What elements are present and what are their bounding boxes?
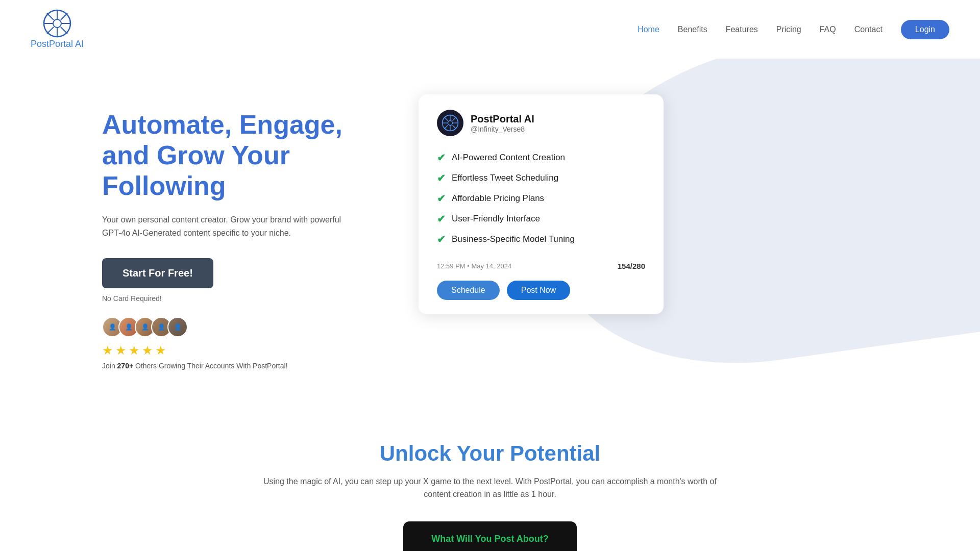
join-count: 270+: [117, 362, 134, 370]
unlock-subtitle: Using the magic of AI, you can step up y…: [260, 475, 720, 501]
nav-pricing[interactable]: Pricing: [776, 25, 801, 34]
navbar: PostPortal AI Home Benefits Features Pri…: [0, 0, 980, 59]
feature-item-2: ✔ Effortless Tweet Scheduling: [437, 168, 645, 188]
join-prefix: Join: [102, 362, 117, 370]
nav-links: Home Benefits Features Pricing FAQ Conta…: [638, 20, 949, 39]
login-button[interactable]: Login: [901, 20, 949, 39]
unlock-section: Unlock Your Potential Using the magic of…: [0, 411, 980, 551]
nav-benefits[interactable]: Benefits: [678, 25, 707, 34]
hero-subtitle: Your own personal content creator. Grow …: [102, 213, 347, 239]
star-2: ★: [115, 343, 127, 358]
cta-button[interactable]: Start For Free!: [102, 258, 213, 288]
svg-line-16: [444, 117, 448, 120]
svg-line-6: [47, 13, 54, 20]
brand-name: PostPortal AI: [31, 39, 84, 49]
nav-contact[interactable]: Contact: [854, 25, 883, 34]
feature-label-5: Business-Specific Model Tuning: [452, 234, 575, 244]
star-rating: ★ ★ ★ ★ ★: [102, 343, 388, 358]
schedule-button[interactable]: Schedule: [437, 281, 500, 300]
check-icon-4: ✔: [437, 213, 446, 225]
bottom-title-prefix: What Will You: [431, 534, 494, 544]
svg-line-17: [453, 126, 456, 129]
card-count: 154/280: [618, 262, 645, 270]
feature-label-1: AI-Powered Content Creation: [452, 153, 565, 163]
nav-faq[interactable]: FAQ: [820, 25, 836, 34]
star-1: ★: [102, 343, 113, 358]
star-3: ★: [129, 343, 140, 358]
join-text: Join 270+ Others Growing Their Accounts …: [102, 362, 388, 370]
hero-title: Automate, Engage, and Grow Your Followin…: [102, 110, 388, 201]
nav-home[interactable]: Home: [638, 25, 659, 34]
svg-line-9: [47, 27, 54, 34]
bottom-title-highlight: Post: [494, 534, 514, 544]
feature-label-4: User-Friendly Interface: [452, 214, 540, 224]
svg-line-7: [61, 27, 67, 34]
svg-line-18: [453, 117, 456, 120]
bottom-card: What Will You Post About? Business Marke…: [403, 521, 577, 551]
post-now-button[interactable]: Post Now: [507, 281, 570, 300]
check-icon-5: ✔: [437, 233, 446, 245]
feature-list: ✔ AI-Powered Content Creation ✔ Effortle…: [437, 147, 645, 249]
star-5: ★: [155, 343, 166, 358]
svg-point-11: [448, 121, 453, 126]
feature-label-2: Effortless Tweet Scheduling: [452, 173, 558, 183]
feature-item-5: ✔ Business-Specific Model Tuning: [437, 229, 645, 249]
logo-icon: [43, 9, 71, 38]
feature-item-4: ✔ User-Friendly Interface: [437, 209, 645, 229]
card-actions: Schedule Post Now: [437, 281, 645, 300]
join-suffix: Others Growing Their Accounts With PostP…: [133, 362, 287, 370]
unlock-title: Unlock Your Potential: [31, 441, 949, 466]
feature-item-1: ✔ AI-Powered Content Creation: [437, 147, 645, 168]
check-icon-3: ✔: [437, 192, 446, 205]
check-icon-1: ✔: [437, 152, 446, 164]
star-4: ★: [142, 343, 153, 358]
feature-card: PostPortal AI @Infinity_Verse8 ✔ AI-Powe…: [419, 94, 664, 314]
feature-item-3: ✔ Affordable Pricing Plans: [437, 188, 645, 209]
feature-label-3: Affordable Pricing Plans: [452, 193, 544, 204]
logo-area: PostPortal AI: [31, 9, 84, 49]
bottom-title-suffix: About?: [514, 534, 548, 544]
card-account-name: PostPortal AI: [471, 113, 534, 125]
no-card-text: No Card Required!: [102, 294, 388, 303]
card-account-info: PostPortal AI @Infinity_Verse8: [471, 113, 534, 133]
svg-point-1: [53, 19, 61, 28]
avatar-5: 👤: [167, 317, 188, 337]
hero-left: Automate, Engage, and Grow Your Followin…: [102, 89, 388, 370]
svg-line-19: [444, 126, 448, 129]
hero-section: Automate, Engage, and Grow Your Followin…: [0, 59, 980, 411]
bottom-card-title: What Will You Post About?: [413, 534, 567, 544]
card-date: 12:59 PM • May 14, 2024: [437, 262, 511, 270]
avatars: 👤 👤 👤 👤 👤: [102, 317, 388, 337]
svg-line-8: [61, 13, 67, 20]
card-handle: @Infinity_Verse8: [471, 125, 534, 133]
card-footer: 12:59 PM • May 14, 2024 154/280: [437, 262, 645, 270]
card-header: PostPortal AI @Infinity_Verse8: [437, 110, 645, 136]
check-icon-2: ✔: [437, 172, 446, 184]
card-logo: [437, 110, 463, 136]
nav-features[interactable]: Features: [726, 25, 758, 34]
